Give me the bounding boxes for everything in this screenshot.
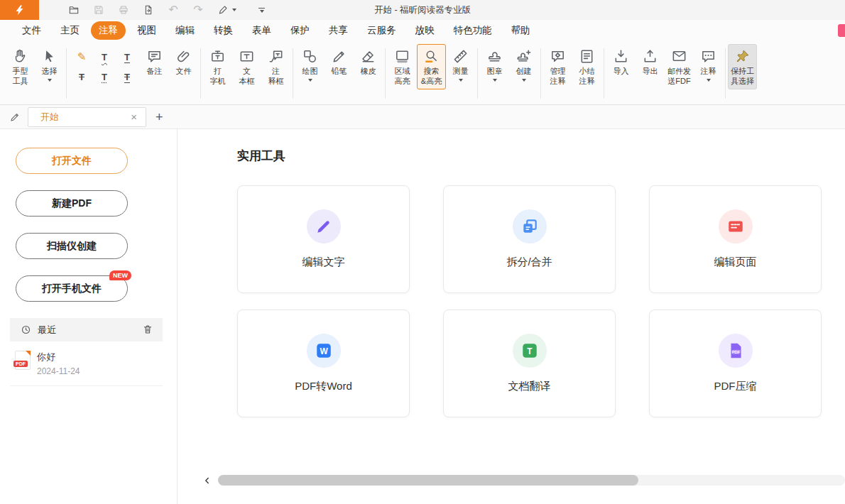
ribbon-select-annotation-button[interactable]: 选择 bbox=[35, 44, 64, 84]
menu-home[interactable]: 主页 bbox=[53, 21, 87, 40]
ribbon-eraser-button[interactable]: 橡皮 bbox=[354, 44, 383, 80]
print-button[interactable] bbox=[116, 3, 131, 17]
ribbon-create-stamp-button[interactable]: 创建 bbox=[509, 44, 538, 84]
squiggly-underline-button[interactable]: T bbox=[94, 48, 114, 65]
ribbon-label: 绘图 bbox=[302, 67, 318, 77]
close-icon[interactable]: × bbox=[129, 111, 138, 122]
menu-file[interactable]: 文件 bbox=[14, 21, 49, 40]
ribbon-stamp-button[interactable]: 图章 bbox=[480, 44, 509, 84]
ribbon-email-fdf-button[interactable]: 邮件发 送FDF bbox=[665, 44, 694, 89]
ribbon-textbox-button[interactable]: 文 本框 bbox=[232, 44, 261, 89]
pencil-icon bbox=[315, 217, 333, 236]
ribbon-search-highlight-button[interactable]: 搜索 &高亮 bbox=[417, 44, 446, 89]
chevron-down-icon bbox=[493, 79, 497, 82]
ribbon-label: 注释 bbox=[701, 67, 716, 77]
ribbon-callout-button[interactable]: 注 释框 bbox=[261, 44, 290, 89]
export-button[interactable] bbox=[141, 3, 156, 17]
tool-card-split-merge[interactable]: 拆分/合并 bbox=[443, 185, 616, 293]
tool-card-pdf-compress[interactable]: PDF PDF压缩 bbox=[649, 309, 822, 417]
tool-card-pdf-to-word[interactable]: W PDF转Word bbox=[237, 309, 410, 417]
scrollbar-track[interactable] bbox=[218, 475, 845, 486]
svg-text:PDF: PDF bbox=[731, 350, 740, 354]
ribbon-divider bbox=[477, 48, 478, 99]
cursor-icon bbox=[41, 48, 58, 65]
ribbon-label: 橡皮 bbox=[361, 67, 376, 77]
ribbon-keep-tool-selected-button[interactable]: 保持工 具选择 bbox=[728, 44, 757, 89]
menu-view[interactable]: 视图 bbox=[129, 21, 164, 40]
menu-present[interactable]: 放映 bbox=[408, 21, 442, 40]
menu-convert[interactable]: 转换 bbox=[206, 21, 241, 40]
undo-button[interactable]: ↶ bbox=[165, 3, 181, 17]
menu-protect[interactable]: 保护 bbox=[283, 21, 317, 40]
ribbon-drawing-button[interactable]: 绘图 bbox=[295, 44, 325, 84]
menu-form[interactable]: 表单 bbox=[244, 21, 279, 40]
new-pdf-button[interactable]: 新建PDF bbox=[16, 190, 128, 217]
insert-text-button[interactable]: T bbox=[94, 68, 114, 85]
edit-text-icon bbox=[307, 209, 341, 243]
create-stamp-icon bbox=[516, 48, 532, 65]
ribbon-measure-button[interactable]: 测量 bbox=[446, 44, 475, 84]
pdf-file-icon: PDF bbox=[15, 351, 31, 370]
ribbon-label: 图章 bbox=[487, 67, 503, 77]
customize-quick-access-button[interactable] bbox=[258, 8, 265, 13]
section-title: 实用工具 bbox=[237, 148, 845, 164]
save-button[interactable] bbox=[91, 3, 107, 17]
new-tab-button[interactable]: + bbox=[156, 111, 163, 124]
scanner-create-button[interactable]: 扫描仪创建 bbox=[16, 233, 128, 259]
ribbon-summarize-comments-button[interactable]: 小结 注释 bbox=[572, 44, 601, 89]
open-file-button[interactable] bbox=[66, 3, 82, 17]
brush-tool-button[interactable] bbox=[215, 3, 236, 17]
ribbon-file-attachment-button[interactable]: 文件 bbox=[169, 44, 198, 80]
highlight-text-button[interactable]: ✎ bbox=[72, 48, 92, 65]
ribbon-manage-comments-button[interactable]: 管理 注释 bbox=[543, 44, 572, 89]
open-file-button[interactable]: 打开文件 bbox=[16, 148, 128, 174]
pencil-icon bbox=[331, 48, 347, 65]
printer-icon bbox=[118, 4, 129, 16]
ribbon-label: 导出 bbox=[643, 67, 658, 77]
ribbon-hand-tool-button[interactable]: 手型 工具 bbox=[6, 44, 35, 89]
redo-button[interactable]: ↷ bbox=[190, 3, 206, 17]
brush-icon bbox=[215, 3, 231, 17]
body: 打开文件 新建PDF 扫描仪创建 打开手机文件 NEW 最近 PDF 你好 20… bbox=[0, 129, 845, 504]
ribbon-note-button[interactable]: 备注 bbox=[140, 44, 169, 80]
ribbon-label: 铅笔 bbox=[332, 67, 347, 77]
search-highlight-icon bbox=[423, 48, 440, 65]
word-icon: W bbox=[315, 341, 333, 360]
menu-cloud[interactable]: 云服务 bbox=[359, 21, 404, 40]
ribbon-area-highlight-button[interactable]: 区域 高亮 bbox=[388, 44, 417, 89]
pages-copy-icon bbox=[520, 217, 539, 236]
tool-card-edit-text[interactable]: 编辑文字 bbox=[237, 185, 410, 293]
ribbon-export-comments-button[interactable]: 导出 bbox=[636, 44, 665, 80]
menu-edit[interactable]: 编辑 bbox=[168, 21, 202, 40]
recent-file-item[interactable]: PDF 你好 2024-11-24 bbox=[10, 341, 163, 386]
hand-icon bbox=[12, 48, 28, 65]
save-icon bbox=[93, 4, 104, 16]
menu-comment[interactable]: 注释 bbox=[91, 21, 126, 40]
underline-button[interactable]: T bbox=[117, 48, 137, 65]
tab-home[interactable]: 开始 × bbox=[28, 107, 146, 127]
menu-help[interactable]: 帮助 bbox=[503, 21, 538, 40]
ribbon-label: 导入 bbox=[614, 67, 629, 77]
promo-icon[interactable] bbox=[838, 24, 845, 37]
strikeout-button[interactable]: T bbox=[72, 68, 92, 85]
tool-card-edit-pages[interactable]: 编辑页面 bbox=[649, 185, 822, 293]
ribbon-pencil-button[interactable]: 铅笔 bbox=[325, 44, 354, 80]
summary-doc-icon bbox=[579, 48, 595, 65]
ribbon-comments-button[interactable]: 注释 bbox=[694, 44, 723, 84]
open-mobile-file-button[interactable]: 打开手机文件 NEW bbox=[16, 275, 128, 302]
ribbon-typewriter-button[interactable]: 打 字机 bbox=[203, 44, 232, 89]
annotate-pencil-icon[interactable] bbox=[7, 109, 23, 125]
scrollbar-thumb[interactable] bbox=[218, 475, 638, 486]
scroll-left-button[interactable] bbox=[201, 475, 214, 486]
ribbon-divider bbox=[725, 48, 726, 99]
export-icon bbox=[642, 48, 658, 65]
clear-recent-button[interactable] bbox=[142, 324, 154, 336]
pdf-doc-icon: PDF bbox=[726, 341, 745, 360]
menu-share[interactable]: 共享 bbox=[321, 21, 356, 40]
translate-icon: T bbox=[520, 341, 539, 360]
ribbon-import-comments-button[interactable]: 导入 bbox=[606, 44, 636, 80]
replace-text-button[interactable]: T bbox=[117, 68, 137, 85]
tool-card-doc-translate[interactable]: T 文档翻译 bbox=[443, 309, 616, 417]
tool-card-label: PDF转Word bbox=[295, 380, 352, 393]
menu-features[interactable]: 特色功能 bbox=[446, 21, 500, 40]
